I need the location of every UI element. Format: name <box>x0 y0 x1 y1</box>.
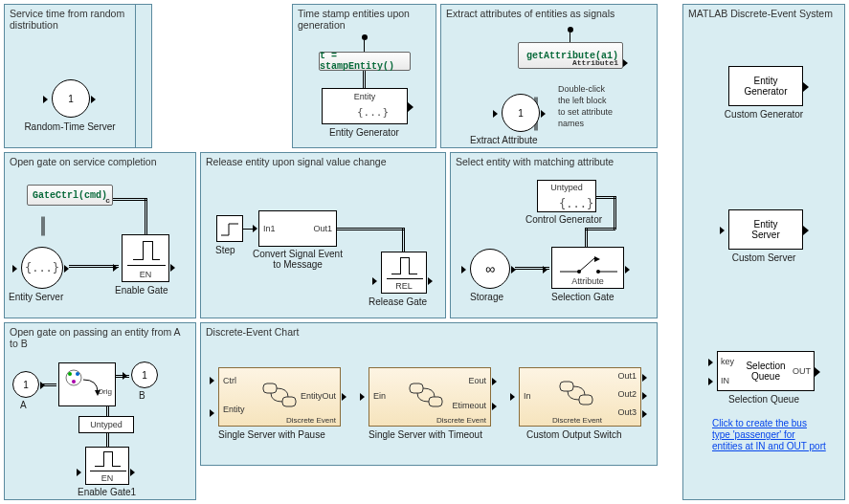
en-text: EN <box>86 473 128 483</box>
enable-gate-block[interactable]: EN <box>122 234 169 282</box>
custom-generator-block[interactable]: Entity Generator <box>728 66 803 106</box>
storage-circle[interactable]: ∞ <box>470 249 510 289</box>
gatectrl-fn[interactable]: GateCtrl(cmd) c <box>27 185 113 206</box>
b1-label: Single Server with Pause <box>218 429 325 440</box>
b2-o2: Etimeout <box>452 401 486 410</box>
svg-rect-16 <box>579 395 592 405</box>
entity-gen-block[interactable]: Entity {...} <box>322 88 408 124</box>
note-l4: names <box>558 119 584 128</box>
svg-point-8 <box>76 372 79 376</box>
panel-title: Release entity upon signal value change <box>206 156 440 167</box>
release-gate-block[interactable]: REL <box>381 252 427 294</box>
gatectrl-text: GateCtrl(cmd) <box>33 190 107 201</box>
svg-rect-13 <box>410 383 423 393</box>
custom-server-block[interactable]: Entity Server <box>728 209 803 250</box>
a-label: A <box>20 400 27 410</box>
b3-o3: Out3 <box>617 407 637 417</box>
b2-o1: Eout <box>468 376 486 385</box>
control-generator-label: Control Generator <box>525 214 602 225</box>
svg-point-5 <box>596 270 600 274</box>
entity-server-circle[interactable]: {...} <box>21 247 63 289</box>
stamp-fn[interactable]: t = stampEntity() <box>319 52 411 71</box>
note-l3: to set attribute <box>558 107 613 117</box>
panel-title: MATLAB Discrete-Event System <box>688 8 839 19</box>
b-circle[interactable]: 1 <box>131 362 158 388</box>
panel-title: Service time from random distribution <box>10 8 130 31</box>
attr1-label: Attribute1 <box>572 58 618 67</box>
b1-out: EntityOut <box>301 391 336 401</box>
panel-random-time-server: Service time from random distribution 1 … <box>4 4 136 148</box>
extract-label: Extract Attribute <box>470 135 538 145</box>
statechart-icon <box>408 382 446 410</box>
step-block[interactable] <box>216 215 243 242</box>
b2-in: Ein <box>373 391 386 401</box>
b3-o1: Out1 <box>617 371 637 381</box>
b-label: B <box>139 390 145 401</box>
panel-title: Open gate on passing an entity from A to… <box>10 326 190 349</box>
extract-circle[interactable]: 1 <box>502 94 540 132</box>
untyped-block[interactable]: Untyped <box>78 416 134 433</box>
panel-extract-attributes: Extract attributes of entities as signal… <box>440 4 658 148</box>
custom-output-switch-block[interactable]: In Out1 Out2 Out3 Discrete Event <box>519 367 641 427</box>
server-label: Random-Time Server <box>5 121 135 132</box>
step-label: Step <box>215 245 235 255</box>
enable-gate-label: Enable Gate <box>115 285 168 296</box>
a-circle[interactable]: 1 <box>12 371 39 398</box>
panel-matlab-des: MATLAB Discrete-Event System Entity Gene… <box>682 4 845 500</box>
note-l1: Double-click <box>558 84 605 94</box>
braces-icon: {...} <box>25 261 59 274</box>
release-gate-label: Release Gate <box>369 296 427 307</box>
storage-label: Storage <box>470 292 503 302</box>
selection-gate-block[interactable]: Attribute <box>551 247 624 289</box>
control-generator-block[interactable]: Untyped {...} <box>537 180 596 212</box>
b3-o2: Out2 <box>617 389 637 399</box>
note-l2: the left block <box>558 96 607 105</box>
untyped-text: Untyped <box>90 420 123 429</box>
svg-point-7 <box>68 372 72 376</box>
in1: In1 <box>263 224 276 233</box>
stamp-fn-text: t = stampEntity() <box>320 51 410 72</box>
orig-text: Orig <box>98 387 112 396</box>
step-icon <box>217 216 242 241</box>
b1-ctrl: Ctrl <box>223 376 236 385</box>
convert-block[interactable]: In1 Out1 <box>258 210 337 247</box>
en-text: EN <box>123 270 168 279</box>
orig-block[interactable]: Orig <box>58 362 116 406</box>
svg-line-2 <box>579 258 594 272</box>
b2-sub: Discrete Event <box>436 416 486 425</box>
panel-title: Extract attributes of entities as signal… <box>446 8 652 19</box>
b1-ent: Entity <box>223 405 245 414</box>
b1-sub: Discrete Event <box>286 416 336 425</box>
svg-point-4 <box>577 270 581 274</box>
enable-gate1-block[interactable]: EN <box>85 447 129 485</box>
create-bus-link[interactable]: Click to create the bus type 'passenger'… <box>712 418 827 452</box>
srv-text: Entity Server <box>751 219 779 240</box>
svg-rect-15 <box>560 382 573 391</box>
convert-label: Convert Signal Event to Message <box>253 249 343 270</box>
selection-queue-label: Selection Queue <box>683 394 844 405</box>
single-server-timeout-block[interactable]: Ein Eout Etimeout Discrete Event <box>369 367 491 427</box>
link-text: Click to create the bus type 'passenger'… <box>712 418 826 451</box>
svg-point-9 <box>72 380 76 383</box>
circle-num: 1 <box>518 108 524 119</box>
out1: Out1 <box>313 224 332 233</box>
b3-in: In <box>524 391 531 401</box>
braces-icon: {...} <box>357 106 389 119</box>
b3-sub: Discrete Event <box>552 416 602 425</box>
getattr-fn[interactable]: getAttribute(a1) Attribute1 <box>518 42 623 69</box>
entity-server-label: Entity Server <box>9 292 63 302</box>
b-num: 1 <box>142 370 147 381</box>
selection-queue-block[interactable]: Selection Queue key IN OUT <box>717 351 815 391</box>
c-port: c <box>105 196 110 205</box>
server-circle[interactable]: 1 <box>52 79 90 118</box>
svg-rect-11 <box>263 383 277 393</box>
single-server-pause-block[interactable]: Ctrl Entity EntityOut Discrete Event <box>218 367 341 427</box>
braces-icon: {...} <box>559 197 593 210</box>
panel-dechart: Discrete-Event Chart Ctrl Entity EntityO… <box>200 322 658 466</box>
untyped-text: Untyped <box>538 183 595 192</box>
gen-text: Entity Generator <box>744 76 787 97</box>
b3-label: Custom Output Switch <box>526 429 621 440</box>
attr-text: Attribute <box>552 276 623 286</box>
port-key: key <box>721 357 734 366</box>
statechart-icon <box>558 380 596 408</box>
